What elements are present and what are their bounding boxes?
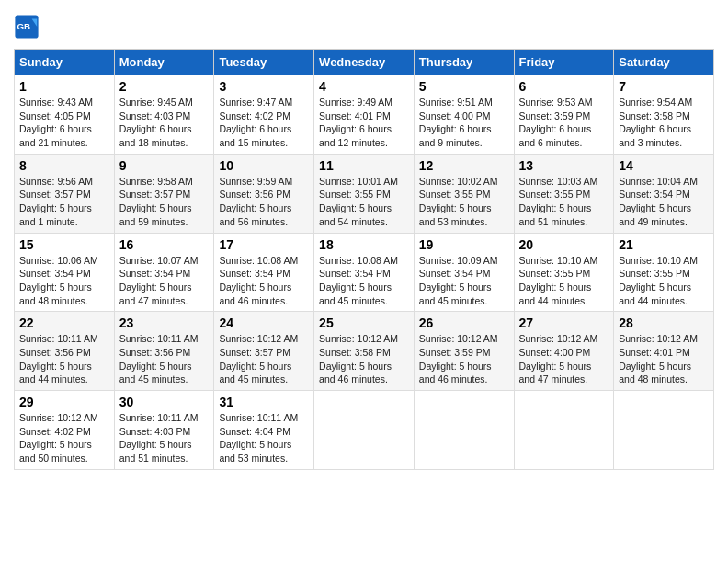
day-info: Sunrise: 9:56 AMSunset: 3:57 PMDaylight:… bbox=[19, 176, 93, 227]
calendar-cell: 20 Sunrise: 10:10 AMSunset: 3:55 PMDayli… bbox=[514, 233, 614, 312]
day-info: Sunrise: 9:54 AMSunset: 3:58 PMDaylight:… bbox=[619, 97, 692, 148]
calendar-cell: 25 Sunrise: 10:12 AMSunset: 3:58 PMDayli… bbox=[314, 312, 415, 391]
day-number: 19 bbox=[419, 237, 509, 252]
day-info: Sunrise: 10:02 AMSunset: 3:55 PMDaylight… bbox=[419, 176, 498, 227]
day-info: Sunrise: 10:11 AMSunset: 4:04 PMDaylight… bbox=[219, 412, 298, 464]
day-number: 13 bbox=[519, 158, 609, 173]
calendar-cell: 26 Sunrise: 10:12 AMSunset: 3:59 PMDayli… bbox=[414, 312, 514, 391]
day-info: Sunrise: 10:12 AMSunset: 3:57 PMDaylight… bbox=[219, 333, 298, 385]
calendar-cell: 31 Sunrise: 10:11 AMSunset: 4:04 PMDayli… bbox=[214, 391, 314, 470]
calendar-cell: 14 Sunrise: 10:04 AMSunset: 3:54 PMDayli… bbox=[614, 154, 714, 233]
calendar-cell: 7 Sunrise: 9:54 AMSunset: 3:58 PMDayligh… bbox=[614, 75, 714, 155]
day-info: Sunrise: 10:11 AMSunset: 3:56 PMDaylight… bbox=[119, 333, 199, 385]
day-number: 23 bbox=[119, 316, 210, 330]
day-info: Sunrise: 9:59 AMSunset: 3:56 PMDaylight:… bbox=[219, 176, 292, 227]
logo-icon: GB bbox=[14, 14, 40, 40]
day-number: 21 bbox=[619, 237, 709, 252]
day-info: Sunrise: 10:11 AMSunset: 3:56 PMDaylight… bbox=[19, 333, 98, 385]
day-info: Sunrise: 10:12 AMSunset: 4:01 PMDaylight… bbox=[619, 333, 698, 385]
calendar-cell: 9 Sunrise: 9:58 AMSunset: 3:57 PMDayligh… bbox=[114, 154, 214, 233]
day-number: 26 bbox=[419, 316, 509, 330]
day-number: 2 bbox=[119, 79, 210, 94]
day-info: Sunrise: 10:03 AMSunset: 3:55 PMDaylight… bbox=[519, 176, 598, 227]
calendar-cell bbox=[614, 391, 714, 470]
day-info: Sunrise: 9:45 AMSunset: 4:03 PMDaylight:… bbox=[119, 97, 193, 148]
day-info: Sunrise: 10:01 AMSunset: 3:55 PMDaylight… bbox=[319, 176, 398, 227]
day-number: 1 bbox=[19, 79, 109, 94]
day-number: 16 bbox=[119, 237, 210, 252]
day-number: 7 bbox=[619, 79, 709, 94]
calendar-cell: 19 Sunrise: 10:09 AMSunset: 3:54 PMDayli… bbox=[414, 233, 514, 312]
calendar-cell: 5 Sunrise: 9:51 AMSunset: 4:00 PMDayligh… bbox=[414, 75, 514, 155]
day-number: 29 bbox=[19, 395, 109, 409]
calendar-cell: 2 Sunrise: 9:45 AMSunset: 4:03 PMDayligh… bbox=[114, 75, 214, 155]
calendar-cell: 10 Sunrise: 9:59 AMSunset: 3:56 PMDaylig… bbox=[214, 154, 314, 233]
calendar-cell: 22 Sunrise: 10:11 AMSunset: 3:56 PMDayli… bbox=[15, 312, 115, 391]
header: GB bbox=[14, 14, 714, 40]
col-header-wednesday: Wednesday bbox=[314, 50, 415, 75]
day-info: Sunrise: 9:49 AMSunset: 4:01 PMDaylight:… bbox=[319, 97, 392, 148]
day-info: Sunrise: 10:10 AMSunset: 3:55 PMDaylight… bbox=[519, 255, 598, 306]
day-number: 6 bbox=[519, 79, 609, 94]
day-number: 24 bbox=[219, 316, 309, 330]
day-info: Sunrise: 10:08 AMSunset: 3:54 PMDaylight… bbox=[219, 255, 298, 306]
col-header-thursday: Thursday bbox=[414, 50, 514, 75]
calendar-cell: 4 Sunrise: 9:49 AMSunset: 4:01 PMDayligh… bbox=[314, 75, 415, 155]
calendar-cell bbox=[314, 391, 415, 470]
day-number: 5 bbox=[419, 79, 509, 94]
day-number: 28 bbox=[619, 316, 709, 330]
day-number: 25 bbox=[319, 316, 409, 330]
day-info: Sunrise: 10:11 AMSunset: 4:03 PMDaylight… bbox=[119, 412, 199, 464]
day-info: Sunrise: 10:12 AMSunset: 4:00 PMDaylight… bbox=[519, 333, 598, 385]
day-number: 17 bbox=[219, 237, 309, 252]
day-info: Sunrise: 10:08 AMSunset: 3:54 PMDaylight… bbox=[319, 255, 398, 306]
calendar-cell: 13 Sunrise: 10:03 AMSunset: 3:55 PMDayli… bbox=[514, 154, 614, 233]
logo: GB bbox=[14, 14, 43, 40]
day-number: 3 bbox=[219, 79, 309, 94]
calendar-table: SundayMondayTuesdayWednesdayThursdayFrid… bbox=[14, 49, 714, 470]
col-header-friday: Friday bbox=[514, 50, 614, 75]
day-number: 14 bbox=[619, 158, 709, 173]
day-info: Sunrise: 10:06 AMSunset: 3:54 PMDaylight… bbox=[19, 255, 98, 306]
day-number: 4 bbox=[319, 79, 409, 94]
col-header-saturday: Saturday bbox=[614, 50, 714, 75]
day-info: Sunrise: 9:51 AMSunset: 4:00 PMDaylight:… bbox=[419, 97, 493, 148]
calendar-cell: 18 Sunrise: 10:08 AMSunset: 3:54 PMDayli… bbox=[314, 233, 415, 312]
col-header-monday: Monday bbox=[114, 50, 214, 75]
day-number: 11 bbox=[319, 158, 409, 173]
calendar-cell: 8 Sunrise: 9:56 AMSunset: 3:57 PMDayligh… bbox=[15, 154, 115, 233]
day-number: 10 bbox=[219, 158, 309, 173]
day-info: Sunrise: 10:04 AMSunset: 3:54 PMDaylight… bbox=[619, 176, 698, 227]
day-number: 27 bbox=[519, 316, 609, 330]
calendar-cell: 12 Sunrise: 10:02 AMSunset: 3:55 PMDayli… bbox=[414, 154, 514, 233]
day-info: Sunrise: 9:53 AMSunset: 3:59 PMDaylight:… bbox=[519, 97, 593, 148]
day-number: 18 bbox=[319, 237, 409, 252]
day-number: 30 bbox=[119, 395, 210, 409]
calendar-cell: 6 Sunrise: 9:53 AMSunset: 3:59 PMDayligh… bbox=[514, 75, 614, 155]
day-number: 9 bbox=[119, 158, 210, 173]
day-number: 15 bbox=[19, 237, 109, 252]
calendar-cell: 30 Sunrise: 10:11 AMSunset: 4:03 PMDayli… bbox=[114, 391, 214, 470]
calendar-cell: 3 Sunrise: 9:47 AMSunset: 4:02 PMDayligh… bbox=[214, 75, 314, 155]
calendar-cell bbox=[414, 391, 514, 470]
day-number: 12 bbox=[419, 158, 509, 173]
day-info: Sunrise: 9:47 AMSunset: 4:02 PMDaylight:… bbox=[219, 97, 292, 148]
day-info: Sunrise: 10:12 AMSunset: 3:58 PMDaylight… bbox=[319, 333, 398, 385]
calendar-cell: 21 Sunrise: 10:10 AMSunset: 3:55 PMDayli… bbox=[614, 233, 714, 312]
day-info: Sunrise: 10:12 AMSunset: 4:02 PMDaylight… bbox=[19, 412, 98, 464]
calendar-cell: 23 Sunrise: 10:11 AMSunset: 3:56 PMDayli… bbox=[114, 312, 214, 391]
day-info: Sunrise: 10:09 AMSunset: 3:54 PMDaylight… bbox=[419, 255, 498, 306]
day-info: Sunrise: 10:07 AMSunset: 3:54 PMDaylight… bbox=[119, 255, 199, 306]
day-info: Sunrise: 9:43 AMSunset: 4:05 PMDaylight:… bbox=[19, 97, 93, 148]
col-header-tuesday: Tuesday bbox=[214, 50, 314, 75]
day-info: Sunrise: 9:58 AMSunset: 3:57 PMDaylight:… bbox=[119, 176, 193, 227]
calendar-cell: 11 Sunrise: 10:01 AMSunset: 3:55 PMDayli… bbox=[314, 154, 415, 233]
day-number: 22 bbox=[19, 316, 109, 330]
calendar-cell: 16 Sunrise: 10:07 AMSunset: 3:54 PMDayli… bbox=[114, 233, 214, 312]
calendar-cell: 24 Sunrise: 10:12 AMSunset: 3:57 PMDayli… bbox=[214, 312, 314, 391]
calendar-cell: 27 Sunrise: 10:12 AMSunset: 4:00 PMDayli… bbox=[514, 312, 614, 391]
calendar-cell bbox=[514, 391, 614, 470]
calendar-cell: 15 Sunrise: 10:06 AMSunset: 3:54 PMDayli… bbox=[15, 233, 115, 312]
day-number: 31 bbox=[219, 395, 309, 409]
calendar-cell: 1 Sunrise: 9:43 AMSunset: 4:05 PMDayligh… bbox=[15, 75, 115, 155]
